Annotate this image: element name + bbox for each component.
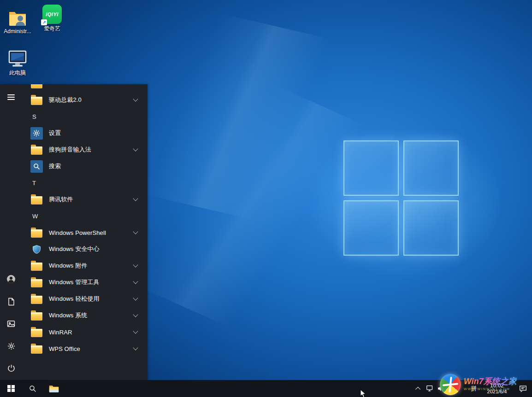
- volume-tray-button[interactable]: [435, 380, 446, 397]
- iqiyi-icon: iQIYI ↗: [42, 5, 62, 24]
- start-menu-item-powershell[interactable]: Windows PowerShell: [22, 224, 148, 241]
- ime-indicator[interactable]: 拼: [467, 380, 480, 397]
- search-tile: [30, 160, 43, 173]
- user-icon: [6, 274, 16, 284]
- windows-logo-pane: [403, 200, 459, 256]
- chevron-down-icon[interactable]: [133, 279, 138, 284]
- start-menu-item-label: 搜索: [49, 162, 61, 170]
- desktop-icon-iqiyi[interactable]: iQIYI ↗ 爱奇艺: [35, 5, 70, 32]
- folder-icon: [31, 196, 42, 204]
- chevron-down-icon[interactable]: [133, 345, 138, 350]
- iqiyi-logo-text: iQIYI: [46, 12, 59, 17]
- folder-icon: [31, 345, 42, 354]
- shortcut-arrow-icon: ↗: [41, 19, 47, 25]
- file-explorer-icon: [49, 385, 59, 393]
- chevron-down-icon[interactable]: [133, 96, 138, 101]
- search-icon: [29, 385, 37, 393]
- security-shield-icon: [32, 245, 41, 254]
- start-menu-item-windows-accessories[interactable]: Windows 附件: [22, 257, 148, 274]
- power-icon: [7, 364, 16, 373]
- start-menu-item-windows-system[interactable]: Windows 系统: [22, 307, 148, 324]
- letter-header-w[interactable]: W: [22, 208, 148, 224]
- clock-time: 10:02: [487, 383, 507, 389]
- start-menu-item-windows-ease-of-access[interactable]: Windows 轻松使用: [22, 291, 148, 307]
- letter-header-t[interactable]: T: [22, 175, 148, 191]
- start-menu-item-search[interactable]: 搜索: [22, 158, 148, 175]
- settings-button[interactable]: [0, 338, 22, 354]
- start-menu-item-label: 腾讯软件: [49, 195, 73, 204]
- windows-flag-icon: [7, 385, 15, 392]
- show-hidden-icons-button[interactable]: [413, 380, 424, 397]
- pictures-button[interactable]: [0, 315, 22, 332]
- start-menu: 驱动总裁2.0 S 设置 搜狗拼音输入法: [0, 84, 148, 380]
- letter-header-s[interactable]: S: [22, 108, 148, 125]
- desktop-icon-label: 此电脑: [9, 70, 26, 76]
- start-menu-item-windows-admin-tools[interactable]: Windows 管理工具: [22, 274, 148, 291]
- taskbar-search-button[interactable]: [22, 380, 43, 397]
- power-button[interactable]: [0, 360, 22, 376]
- chevron-down-icon[interactable]: [133, 262, 138, 267]
- start-menu-item-partial[interactable]: [22, 84, 148, 92]
- start-menu-item-tencent[interactable]: 腾讯软件: [22, 191, 148, 208]
- start-menu-item-label: Windows 系统: [49, 311, 87, 320]
- start-menu-item-wps-office[interactable]: WPS Office: [22, 340, 148, 357]
- start-menu-item-label: Windows 附件: [49, 262, 87, 270]
- settings-tile: [30, 127, 43, 140]
- taskbar-clock[interactable]: 10:02 2021/6/4: [480, 380, 514, 397]
- start-menu-item-driver-master[interactable]: 驱动总裁2.0: [22, 92, 148, 108]
- taskbar: 拼 10:02 2021/6/4: [0, 380, 532, 397]
- letter-header-label: W: [30, 213, 38, 220]
- start-button[interactable]: [0, 380, 22, 397]
- chevron-up-icon: [415, 386, 420, 391]
- document-icon: [7, 298, 15, 306]
- settings-gear-icon: [32, 129, 41, 137]
- start-menu-item-label: Windows PowerShell: [49, 229, 106, 236]
- action-center-icon: [519, 385, 527, 392]
- pictures-icon: [7, 320, 15, 328]
- chevron-down-icon[interactable]: [133, 229, 138, 234]
- desktop-icon-label: Administr...: [4, 29, 31, 35]
- start-menu-item-label: Windows 管理工具: [49, 278, 100, 286]
- folder-icon: [31, 312, 42, 321]
- start-menu-item-label: WinRAR: [49, 329, 72, 336]
- speaker-icon: [437, 385, 445, 392]
- folder-icon: [31, 229, 42, 238]
- search-icon: [33, 163, 41, 170]
- start-menu-item-label: Windows 轻松使用: [49, 295, 100, 303]
- hamburger-icon: [7, 94, 15, 100]
- chevron-down-icon[interactable]: [133, 196, 138, 201]
- file-explorer-button[interactable]: [43, 380, 65, 397]
- start-menu-item-label: WPS Office: [49, 345, 80, 352]
- letter-header-label: S: [30, 113, 36, 120]
- desktop-icon-administrator[interactable]: Administr...: [0, 8, 35, 35]
- folder-icon: [31, 329, 42, 337]
- folder-icon: [31, 84, 42, 88]
- start-menu-item-windows-security[interactable]: Windows 安全中心: [22, 241, 148, 257]
- chevron-down-icon[interactable]: [133, 312, 138, 317]
- windows-logo-pane: [343, 140, 399, 196]
- letter-header-label: T: [30, 180, 36, 187]
- start-menu-item-settings[interactable]: 设置: [22, 125, 148, 141]
- start-menu-app-list: 驱动总裁2.0 S 设置 搜狗拼音输入法: [22, 84, 148, 380]
- user-account-button[interactable]: [0, 271, 22, 287]
- chevron-down-icon[interactable]: [133, 146, 138, 151]
- documents-button[interactable]: [0, 293, 22, 310]
- menu-button[interactable]: [0, 89, 22, 105]
- windows-logo: [343, 140, 459, 256]
- chevron-down-icon[interactable]: [133, 295, 138, 300]
- network-tray-button[interactable]: [424, 380, 435, 397]
- start-menu-item-label: 设置: [49, 129, 61, 137]
- desktop-icon-this-pc[interactable]: 此电脑: [0, 50, 35, 76]
- folder-icon: [31, 263, 42, 271]
- start-menu-item-sogou-pinyin[interactable]: 搜狗拼音输入法: [22, 141, 148, 158]
- folder-icon: [31, 97, 42, 105]
- gear-icon: [7, 342, 16, 350]
- user-folder-icon: [8, 8, 27, 27]
- start-menu-rail: [0, 84, 22, 380]
- start-menu-item-winrar[interactable]: WinRAR: [22, 324, 148, 340]
- network-icon: [426, 385, 434, 392]
- windows-logo-pane: [343, 200, 399, 256]
- chevron-down-icon[interactable]: [133, 328, 138, 333]
- computer-monitor-icon: [7, 50, 28, 68]
- action-center-button[interactable]: [514, 380, 532, 397]
